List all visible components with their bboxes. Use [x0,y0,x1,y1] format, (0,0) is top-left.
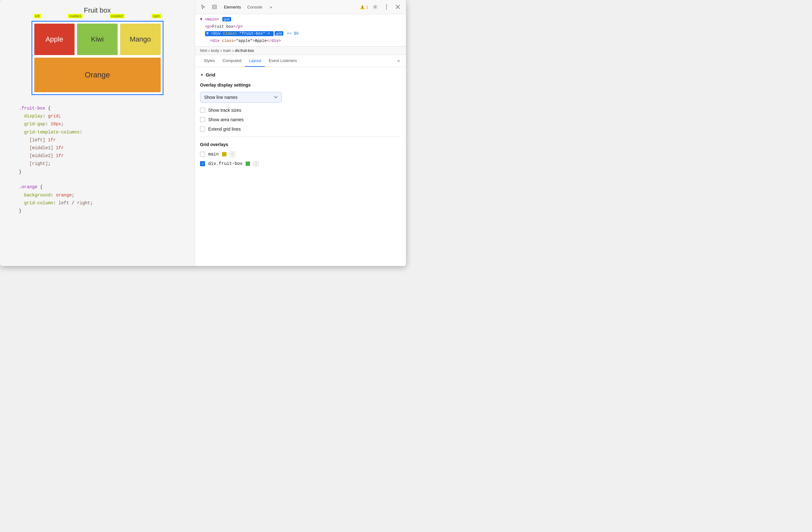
breadcrumb-html[interactable]: html [200,48,207,53]
line-names-dropdown[interactable]: Show line names Show line numbers Hide l… [200,92,282,103]
tab-event-listeners[interactable]: Event Listeners [265,55,301,67]
warning-icon: ⚠️ [360,5,365,10]
svg-rect-7 [233,152,235,154]
label-middle1: middle1 [68,14,83,18]
cursor-button[interactable] [199,2,207,11]
left-panel: Fruit box left middle1 middle2 right App… [0,0,195,266]
panel-tab-more-icon[interactable]: » [396,55,401,67]
extend-grid-lines-label: Extend grid lines [208,127,241,131]
devtools-right-controls: ⚠️ 1 [360,2,402,11]
settings-button[interactable] [371,2,380,11]
grid-overlays-title: Grid overlays [200,142,401,147]
code-block: .fruit-box { display: grid; grid-gap: 10… [13,104,182,215]
tab-layout[interactable]: Layout [245,55,265,67]
svg-point-5 [386,9,387,10]
overlay-fruitbox-name: div.fruit-box [208,161,243,166]
show-area-names-label: Show area names [208,117,244,122]
tab-elements[interactable]: Elements [224,4,241,10]
dom-tree: ▼ <main> grid <p>Fruit box</p> ▼ <div cl… [195,14,406,46]
apple-cell: Apple [34,24,75,55]
page-title: Fruit box [84,6,111,14]
show-area-names-row: Show area names [200,117,401,122]
svg-rect-0 [213,5,216,9]
extend-grid-lines-checkbox[interactable] [200,127,205,131]
breadcrumb-body[interactable]: body [211,48,219,53]
mango-cell: Mango [120,24,161,55]
code-line: grid-gap: 10px; [19,120,176,128]
overlay-settings: Overlay display settings Show line names… [200,83,401,131]
breadcrumb-div[interactable]: div.fruit-box [235,48,254,53]
label-middle2: middle2 [110,14,125,18]
breadcrumb-sep: › [208,48,210,53]
grid-badge-2: grid [275,31,284,36]
svg-rect-9 [233,155,235,157]
svg-point-2 [375,6,376,8]
tab-console[interactable]: Console [247,4,262,10]
svg-rect-10 [253,161,256,163]
code-line: [middle1] 1fr [19,144,176,152]
warning-count: 1 [366,5,368,10]
code-line: .orange { [19,183,176,191]
warning-badge: ⚠️ 1 [360,5,368,10]
grid-overlays-section: Grid overlays main div.fruit-box [200,142,401,167]
grid-line-labels: left middle1 middle2 right [34,14,161,18]
overlay-main-name: main [208,152,219,157]
breadcrumb: html › body › main › div.fruit-box [195,46,406,55]
dom-line-div[interactable]: ▼ <div class= "fruit-box" > grid == $0 [200,30,401,38]
code-line: } [19,168,176,176]
box-icon [212,4,217,10]
svg-rect-13 [256,164,259,166]
code-line: .fruit-box { [19,104,176,112]
kiwi-cell: Kiwi [77,24,118,55]
devtools-topbar: Elements Console » ⚠️ 1 [195,0,406,14]
svg-rect-12 [253,164,256,166]
section-divider [200,137,401,137]
grid-visualization: left middle1 middle2 right Apple Kiwi Ma… [31,21,163,95]
fruit-grid: Apple Kiwi Mango Orange [31,21,163,95]
label-right: right [151,14,161,18]
grid-section-title: Grid [206,72,215,78]
code-line: } [19,207,176,215]
tab-more-icon[interactable]: » [269,4,273,10]
overlay-main-color[interactable] [222,152,227,156]
show-track-sizes-checkbox[interactable] [200,108,205,113]
extend-grid-lines-row: Extend grid lines [200,127,401,131]
chevron-down-icon: ▼ [200,73,204,77]
dom-line-apple: <div class="apple">Apple</div> [200,38,401,45]
show-track-sizes-row: Show track sizes [200,108,401,113]
breadcrumb-main[interactable]: main [223,48,231,53]
label-left: left [34,14,41,18]
gear-icon [373,4,378,10]
tab-computed[interactable]: Computed [219,55,245,67]
overlay-settings-title: Overlay display settings [200,83,401,87]
close-button[interactable] [393,2,402,11]
svg-rect-6 [230,152,232,154]
panel-tabs: Styles Computed Layout Event Listeners » [195,55,406,67]
overlay-fruitbox-checkbox[interactable] [200,161,205,166]
orange-cell: Orange [34,58,161,92]
breadcrumb-sep: › [232,48,234,53]
grid-section-header[interactable]: ▼ Grid [200,72,401,78]
show-area-names-checkbox[interactable] [200,117,205,122]
cursor-icon [201,4,206,10]
show-track-sizes-label: Show track sizes [208,108,241,113]
code-line: [right]; [19,160,176,168]
inspect-button[interactable] [210,2,219,11]
close-icon [396,5,400,9]
layout-content: ▼ Grid Overlay display settings Show lin… [195,67,406,266]
overlay-fruitbox-color[interactable] [246,162,250,166]
tab-styles[interactable]: Styles [200,55,219,67]
svg-rect-1 [214,6,215,8]
more-options-button[interactable] [382,2,391,11]
svg-point-3 [386,5,387,6]
code-line: display: grid; [19,112,176,120]
grid-dots-icon-fruitbox[interactable] [253,161,259,167]
svg-rect-11 [256,161,259,163]
overlay-row-main: main [200,151,401,157]
grid-dots-icon-main[interactable] [230,151,235,157]
dom-line-main: ▼ <main> grid [200,16,401,23]
svg-rect-8 [230,155,232,157]
grid-badge: grid [222,17,231,22]
code-line: background: orange; [19,192,176,199]
overlay-main-checkbox[interactable] [200,152,205,157]
